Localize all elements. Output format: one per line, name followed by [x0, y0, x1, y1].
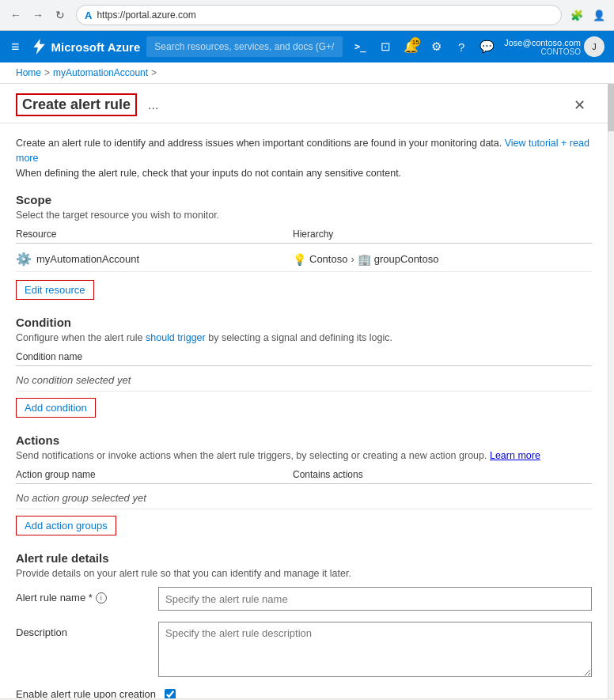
- breadcrumb-account[interactable]: myAutomationAccount: [53, 67, 148, 78]
- description-label: Description: [16, 622, 158, 638]
- hierarchy-cell: 💡 Contoso › 🏢 groupContoso: [293, 253, 592, 266]
- panel-title: Create alert rule: [16, 93, 137, 116]
- condition-description: Configure when the alert rule should tri…: [16, 332, 592, 343]
- hamburger-menu[interactable]: ≡: [6, 36, 25, 59]
- global-search-input[interactable]: [146, 36, 343, 57]
- panel-title-row: Create alert rule ...: [16, 93, 163, 116]
- user-avatar: J: [584, 36, 605, 57]
- actions-section: Actions Send notifications or invoke act…: [16, 433, 592, 535]
- hierarchy-group: groupContoso: [374, 253, 439, 265]
- scope-header-row: Resource Hierarchy: [16, 229, 592, 244]
- condition-status: No condition selected yet: [16, 371, 592, 392]
- hierarchy-org: Contoso: [309, 253, 347, 265]
- main-wrapper: Create alert rule ... ✕ Create an alert …: [0, 84, 614, 698]
- group-icon: 🏢: [358, 253, 371, 266]
- condition-header-row: Condition name: [16, 351, 592, 366]
- azure-logo: Microsoft Azure: [31, 39, 141, 55]
- topbar-icons: >_ ⊡ 🔔 15 ⚙ ? 💬 Jose@contoso.com CONTOSO…: [349, 36, 608, 58]
- scrollbar-thumb: [608, 84, 614, 131]
- breadcrumb: Home > myAutomationAccount >: [0, 62, 614, 84]
- enable-label: Enable alert rule upon creation: [16, 688, 158, 698]
- scope-title: Scope: [16, 193, 592, 206]
- condition-name-header: Condition name: [16, 351, 82, 362]
- browser-icons: 🧩 👤: [568, 6, 608, 24]
- condition-section: Condition Configure when the alert rule …: [16, 316, 592, 418]
- forward-button[interactable]: →: [28, 6, 47, 25]
- feedback-icon[interactable]: 💬: [476, 36, 498, 58]
- rule-name-label: Alert rule name * i: [16, 587, 158, 604]
- profile-icon[interactable]: 👤: [590, 6, 608, 24]
- browser-nav-buttons: ← → ↻: [6, 6, 70, 25]
- close-button[interactable]: ✕: [567, 95, 592, 115]
- org-icon: 💡: [293, 253, 306, 266]
- edit-resource-button[interactable]: Edit resource: [16, 280, 94, 300]
- notifications-icon[interactable]: 🔔 15: [400, 36, 422, 58]
- user-org: CONTOSO: [541, 47, 581, 56]
- resource-header: Resource: [16, 229, 293, 240]
- refresh-button[interactable]: ↻: [51, 6, 70, 25]
- scope-section: Scope Select the target resource you wis…: [16, 193, 592, 300]
- actions-header-row: Action group name Contains actions: [16, 469, 592, 484]
- hierarchy-header: Hierarchy: [293, 229, 592, 240]
- help-icon[interactable]: ?: [450, 36, 472, 58]
- hierarchy-arrow: ›: [351, 253, 354, 265]
- breadcrumb-sep1: >: [44, 67, 50, 78]
- resource-cell: ⚙️ myAutomationAccount: [16, 252, 293, 267]
- actions-description: Send notifications or invoke actions whe…: [16, 450, 592, 461]
- scrollbar-track[interactable]: [608, 84, 614, 698]
- details-description: Provide details on your alert rule so th…: [16, 568, 592, 579]
- intro-text: Create an alert rule to identify and add…: [16, 136, 592, 180]
- panel-menu-button[interactable]: ...: [143, 96, 163, 114]
- rule-name-input[interactable]: [158, 587, 592, 611]
- edit-resource-wrapper: Edit resource: [16, 280, 592, 300]
- notification-badge: 15: [411, 37, 420, 47]
- scope-data-row: ⚙️ myAutomationAccount 💡 Contoso › 🏢 gro…: [16, 247, 592, 272]
- directory-icon[interactable]: ⊡: [374, 36, 396, 58]
- rule-name-info-icon[interactable]: i: [96, 592, 107, 604]
- automation-account-icon: ⚙️: [16, 252, 32, 267]
- enable-checkbox[interactable]: [165, 689, 176, 698]
- description-row: Description: [16, 622, 592, 677]
- azure-logo-icon: [31, 39, 47, 55]
- brand-name: Microsoft Azure: [51, 40, 141, 54]
- breadcrumb-sep2: >: [151, 67, 157, 78]
- description-textarea[interactable]: [158, 622, 592, 677]
- add-condition-button[interactable]: Add condition: [16, 398, 96, 418]
- resource-name: myAutomationAccount: [36, 253, 139, 265]
- action-status: No action group selected yet: [16, 489, 592, 509]
- details-section: Alert rule details Provide details on yo…: [16, 551, 592, 698]
- user-menu[interactable]: Jose@contoso.com CONTOSO J: [501, 36, 608, 57]
- add-action-groups-button[interactable]: Add action groups: [16, 516, 116, 535]
- panel-body: Create an alert rule to identify and add…: [0, 123, 608, 698]
- action-group-header: Action group name: [16, 469, 293, 480]
- breadcrumb-home[interactable]: Home: [16, 67, 41, 78]
- panel: Create alert rule ... ✕ Create an alert …: [0, 84, 608, 698]
- user-email: Jose@contoso.com: [504, 38, 581, 47]
- url-text: https://portal.azure.com: [97, 9, 195, 21]
- scope-description: Select the target resource you wish to m…: [16, 210, 592, 221]
- extensions-icon[interactable]: 🧩: [568, 6, 586, 24]
- settings-icon[interactable]: ⚙: [425, 36, 447, 58]
- details-title: Alert rule details: [16, 551, 592, 565]
- panel-header: Create alert rule ... ✕: [0, 84, 608, 123]
- back-button[interactable]: ←: [6, 6, 25, 25]
- rule-name-row: Alert rule name * i: [16, 587, 592, 611]
- cloud-shell-icon[interactable]: >_: [349, 36, 371, 58]
- browser-chrome: ← → ↻ A https://portal.azure.com 🧩 👤: [0, 0, 614, 31]
- enable-checkbox-row: Enable alert rule upon creation: [16, 688, 592, 698]
- address-bar[interactable]: A https://portal.azure.com: [76, 5, 562, 25]
- azure-topbar: ≡ Microsoft Azure >_ ⊡ 🔔 15 ⚙ ? 💬 Jose@c…: [0, 31, 614, 62]
- learn-more-link[interactable]: Learn more: [490, 450, 540, 461]
- contains-actions-header: Contains actions: [293, 469, 592, 480]
- actions-title: Actions: [16, 433, 592, 447]
- condition-title: Condition: [16, 316, 592, 329]
